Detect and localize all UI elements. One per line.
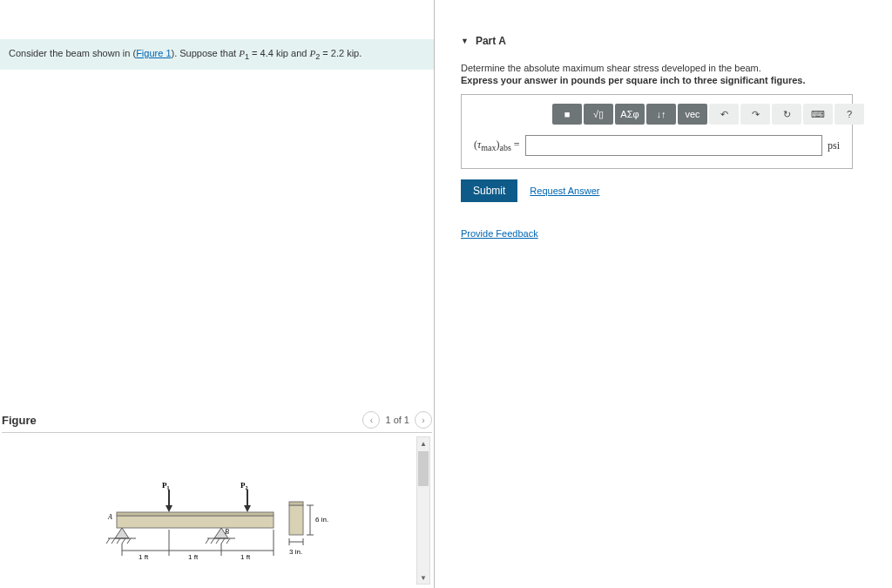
svg-line-13	[216, 538, 220, 544]
undo-button[interactable]: ↶	[709, 104, 739, 125]
keyboard-button[interactable]: ⌨	[803, 104, 833, 125]
scripts-button[interactable]: ↓↑	[646, 104, 676, 125]
svg-line-10	[127, 538, 131, 544]
request-answer-link[interactable]: Request Answer	[530, 186, 599, 196]
svg-marker-17	[166, 505, 172, 512]
answer-input[interactable]	[525, 135, 822, 156]
figure-link[interactable]: Figure 1	[136, 48, 171, 58]
redo-button[interactable]: ↷	[740, 104, 770, 125]
figure-next-button[interactable]: ›	[415, 411, 432, 429]
figure-counter: 1 of 1	[385, 415, 409, 425]
svg-text:P1: P1	[162, 481, 170, 490]
svg-text:1 ft: 1 ft	[139, 553, 149, 561]
svg-text:A: A	[107, 513, 112, 521]
svg-line-15	[226, 538, 230, 544]
svg-line-12	[211, 538, 214, 544]
problem-prefix: Consider the beam shown in (	[9, 48, 136, 58]
greek-button[interactable]: ΑΣφ	[615, 104, 645, 125]
answer-variable-label: (τmax)abs =	[474, 139, 520, 152]
svg-line-7	[112, 538, 115, 544]
part-a-title: Part A	[476, 35, 506, 47]
svg-text:1 ft: 1 ft	[188, 553, 199, 561]
svg-rect-35	[289, 502, 303, 505]
provide-feedback-link[interactable]: Provide Feedback	[461, 228, 538, 239]
svg-text:6 in.: 6 in.	[315, 516, 328, 524]
equation-toolbar: ■ √▯ ΑΣφ ↓↑ vec ↶ ↷ ↻ ⌨ ?	[552, 104, 840, 125]
submit-button[interactable]: Submit	[461, 179, 517, 202]
figure-prev-button[interactable]: ‹	[362, 411, 380, 429]
templates-button[interactable]: ■	[552, 104, 582, 125]
svg-line-8	[117, 538, 120, 544]
svg-rect-1	[117, 512, 274, 516]
beam-diagram: P1 P2 A B 1 ft 1 ft	[82, 481, 352, 577]
svg-text:3 in.: 3 in.	[289, 548, 302, 556]
figure-title: Figure	[2, 414, 37, 427]
svg-text:B: B	[225, 528, 229, 536]
answer-box: ■ √▯ ΑΣφ ↓↑ vec ↶ ↷ ↻ ⌨ ? (τmax)abs = ps…	[461, 94, 853, 169]
svg-text:1 ft: 1 ft	[240, 553, 251, 561]
svg-line-14	[221, 538, 225, 544]
reset-button[interactable]: ↻	[772, 104, 801, 125]
help-button[interactable]: ?	[835, 104, 864, 125]
part-a-header[interactable]: ▼ Part A	[435, 0, 892, 54]
problem-statement: Consider the beam shown in (Figure 1). S…	[0, 39, 434, 70]
instruction-text: Determine the absolute maximum shear str…	[461, 54, 875, 75]
svg-line-6	[106, 538, 110, 544]
collapse-caret-icon: ▼	[461, 37, 469, 45]
svg-rect-0	[117, 516, 274, 528]
svg-text:P2: P2	[240, 481, 248, 490]
fraction-button[interactable]: √▯	[584, 104, 613, 125]
svg-line-11	[206, 538, 209, 544]
figure-viewport: P1 P2 A B 1 ft 1 ft	[2, 433, 432, 588]
svg-marker-2	[115, 528, 129, 538]
vec-button[interactable]: vec	[678, 104, 707, 125]
svg-line-9	[122, 538, 125, 544]
svg-marker-19	[244, 505, 251, 512]
answer-unit: psi	[828, 139, 840, 152]
instruction-format: Express your answer in pounds per square…	[461, 75, 875, 94]
figure-scrollbar[interactable]: ▲ ▼	[416, 436, 430, 585]
svg-rect-34	[289, 505, 303, 535]
